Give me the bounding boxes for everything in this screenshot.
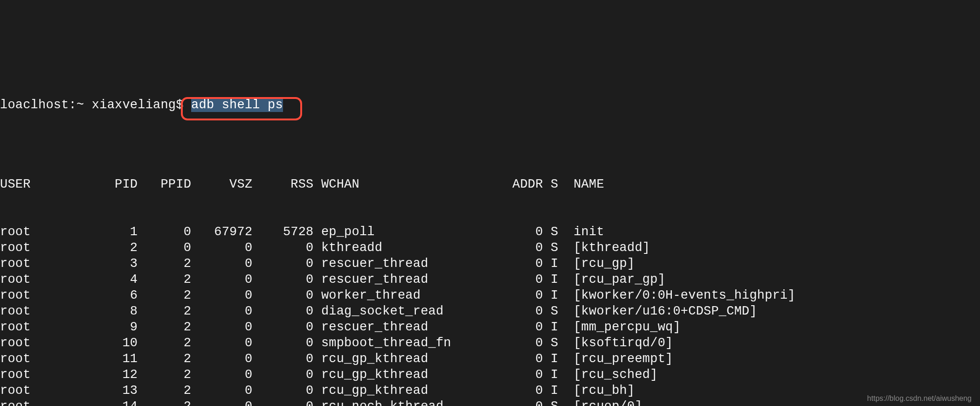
- table-row: root 13 2 0 0 rcu_gp_kthread 0 I [rcu_bh…: [0, 383, 980, 399]
- table-row: root 14 2 0 0 rcu_nocb_kthread 0 S [rcuo…: [0, 399, 980, 406]
- table-row: root 1 0 67972 5728 ep_poll 0 S init: [0, 224, 980, 240]
- table-row: root 8 2 0 0 diag_socket_read 0 S [kwork…: [0, 303, 980, 319]
- table-row: root 12 2 0 0 rcu_gp_kthread 0 I [rcu_sc…: [0, 367, 980, 383]
- prompt-prefix: loaclhost:~ xiaxveliang$: [0, 98, 191, 112]
- ps-header-row: USER PID PPID VSZ RSS WCHAN ADDR S NAME: [0, 176, 980, 192]
- table-row: root 11 2 0 0 rcu_gp_kthread 0 I [rcu_pr…: [0, 351, 980, 367]
- table-row: root 2 0 0 0 kthreadd 0 S [kthreadd]: [0, 240, 980, 256]
- ps-body: root 1 0 67972 5728 ep_poll 0 S initroot…: [0, 224, 980, 406]
- prompt-command: adb shell ps: [191, 98, 283, 112]
- watermark-text: https://blog.csdn.net/aiwusheng: [867, 394, 972, 403]
- table-row: root 9 2 0 0 rescuer_thread 0 I [mm_perc…: [0, 319, 980, 335]
- table-row: root 3 2 0 0 rescuer_thread 0 I [rcu_gp]: [0, 256, 980, 272]
- terminal-output[interactable]: loaclhost:~ xiaxveliang$ adb shell ps US…: [0, 63, 980, 406]
- table-row: root 6 2 0 0 worker_thread 0 I [kworker/…: [0, 287, 980, 303]
- table-row: root 10 2 0 0 smpboot_thread_fn 0 S [kso…: [0, 335, 980, 351]
- prompt-line: loaclhost:~ xiaxveliang$ adb shell ps: [0, 97, 980, 145]
- table-row: root 4 2 0 0 rescuer_thread 0 I [rcu_par…: [0, 272, 980, 287]
